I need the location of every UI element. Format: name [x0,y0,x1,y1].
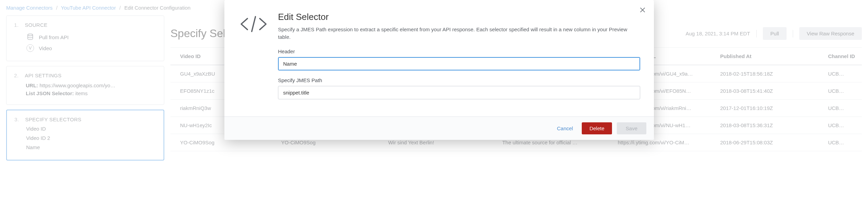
delete-button[interactable]: Delete [582,122,612,134]
edit-selector-modal: Edit Selector Specify a JMES Path expres… [224,0,654,140]
header-label: Header [278,48,640,54]
save-button[interactable]: Save [617,122,646,134]
modal-title: Edit Selector [278,12,640,22]
header-input[interactable] [278,57,640,70]
jmes-path-input[interactable] [278,86,640,99]
code-brackets-icon [238,14,269,106]
modal-description: Specify a JMES Path expression to extrac… [278,26,635,41]
jmes-path-label: Specify JMES Path [278,77,640,83]
close-icon[interactable] [639,6,646,15]
cancel-button[interactable]: Cancel [553,123,577,134]
